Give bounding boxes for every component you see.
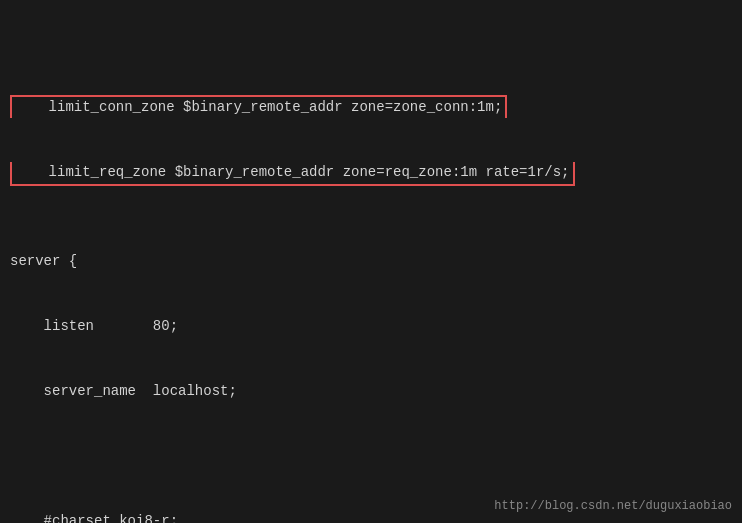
line-2: limit_req_zone $binary_remote_addr zone=… — [10, 162, 732, 186]
line-6 — [10, 446, 732, 468]
code-text: limit_req_zone $binary_remote_addr zone=… — [49, 164, 570, 180]
code-text: limit_conn_zone $binary_remote_addr zone… — [49, 99, 503, 115]
line-4: listen 80; — [10, 316, 732, 338]
line-3: server { — [10, 251, 732, 273]
line-5: server_name localhost; — [10, 381, 732, 403]
watermark: http://blog.csdn.net/duguxiaobiao — [494, 499, 732, 513]
code-container: limit_conn_zone $binary_remote_addr zone… — [0, 0, 742, 523]
line-1: limit_conn_zone $binary_remote_addr zone… — [10, 95, 732, 119]
code-block: limit_conn_zone $binary_remote_addr zone… — [10, 8, 732, 523]
